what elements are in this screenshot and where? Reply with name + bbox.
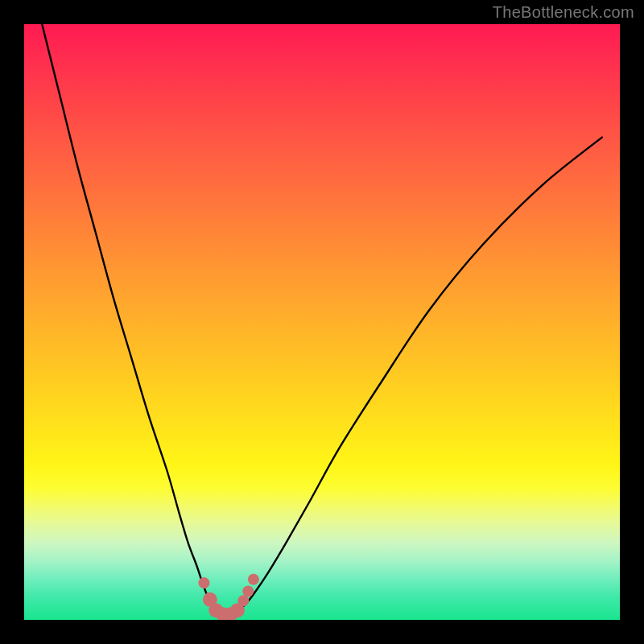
- outer-frame: TheBottleneck.com: [0, 0, 644, 644]
- bottleneck-marker-6: [237, 595, 249, 606]
- bottleneck-marker-8: [248, 574, 259, 585]
- plot-area: [24, 24, 620, 620]
- watermark-text: TheBottleneck.com: [493, 3, 634, 22]
- chart-svg: [24, 24, 620, 620]
- bottleneck-marker-7: [242, 585, 254, 597]
- bottleneck-marker-0: [198, 577, 209, 588]
- marker-layer: [198, 574, 258, 620]
- series-left-curve: [42, 24, 221, 613]
- curve-layer: [42, 24, 602, 615]
- series-right-curve: [238, 138, 601, 611]
